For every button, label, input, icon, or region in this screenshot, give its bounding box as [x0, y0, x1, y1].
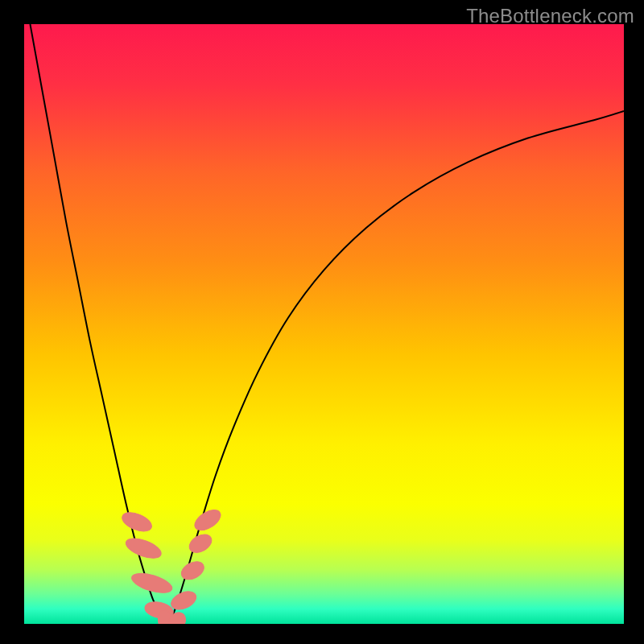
curve-marker	[168, 588, 199, 613]
curve-marker	[123, 535, 163, 562]
curve-marker	[130, 569, 175, 597]
curve-marker	[192, 506, 225, 534]
chart-frame: TheBottleneck.com	[0, 0, 644, 644]
curve-layer	[24, 24, 624, 624]
plot-area	[24, 24, 624, 624]
curve-marker	[179, 558, 207, 583]
watermark-text: TheBottleneck.com	[466, 5, 634, 27]
curve-marker	[186, 530, 214, 556]
emphasis-markers	[119, 506, 224, 624]
curve-right	[169, 111, 624, 621]
curve-marker	[119, 509, 154, 535]
